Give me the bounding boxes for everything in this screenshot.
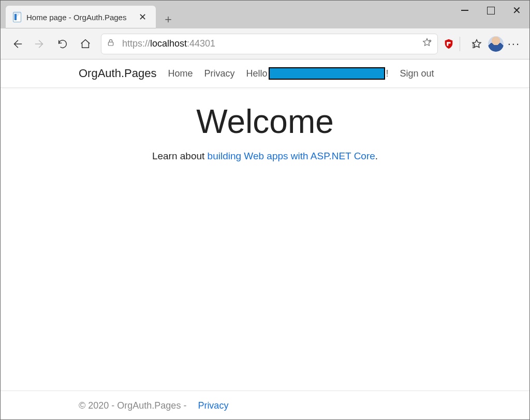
footer-privacy-link[interactable]: Privacy (198, 400, 228, 411)
window-minimize-button[interactable] (452, 1, 478, 20)
new-tab-button[interactable]: ＋ (159, 10, 178, 28)
site-footer: © 2020 - OrgAuth.Pages - Privacy (1, 391, 529, 420)
page-viewport: OrgAuth.Pages Home Privacy Hello ! Sign … (1, 59, 529, 420)
url-host: localhost (150, 38, 187, 49)
nav-privacy[interactable]: Privacy (204, 68, 234, 79)
window-close-button[interactable]: ✕ (504, 1, 529, 20)
refresh-icon (57, 38, 68, 50)
home-button[interactable] (74, 33, 97, 55)
home-icon (80, 38, 91, 50)
nav-user-greeting[interactable]: Hello ! (246, 67, 388, 80)
browser-tab-active[interactable]: Home page - OrgAuth.Pages ✕ (6, 6, 156, 28)
browser-toolbar: https://localhost:44301 ··· (1, 28, 529, 59)
lead-link[interactable]: building Web apps with ASP.NET Core (208, 151, 375, 161)
svg-rect-2 (447, 42, 450, 43)
tab-strip: Home page - OrgAuth.Pages ✕ ＋ (1, 1, 452, 28)
site-brand[interactable]: OrgAuth.Pages (79, 67, 156, 80)
site-header: OrgAuth.Pages Home Privacy Hello ! Sign … (1, 59, 529, 88)
greeting-suffix: ! (386, 68, 389, 79)
refresh-button[interactable] (51, 33, 74, 55)
profile-avatar[interactable] (488, 36, 504, 52)
window-maximize-button[interactable] (478, 1, 504, 20)
lock-icon (107, 38, 115, 49)
lead-prefix: Learn about (152, 151, 208, 161)
collections-button[interactable] (465, 33, 488, 55)
address-url: https://localhost:44301 (122, 38, 422, 49)
address-bar[interactable]: https://localhost:44301 (101, 34, 438, 54)
browser-more-button[interactable]: ··· (508, 37, 520, 51)
forward-icon (34, 38, 46, 50)
page-heading: Welcome (1, 102, 529, 141)
forward-button (28, 33, 51, 55)
browser-titlebar: Home page - OrgAuth.Pages ✕ ＋ ✕ (1, 1, 529, 28)
nav-home[interactable]: Home (168, 68, 193, 79)
favorite-icon[interactable] (422, 37, 432, 50)
svg-rect-0 (108, 42, 113, 46)
back-button[interactable] (6, 33, 28, 55)
window-controls: ✕ (452, 1, 529, 19)
extension-ublock-icon[interactable] (443, 38, 454, 50)
greeting-prefix: Hello (246, 68, 267, 79)
nav-sign-out[interactable]: Sign out (400, 68, 434, 79)
footer-text: © 2020 - OrgAuth.Pages - (79, 400, 186, 411)
lead-suffix: . (375, 151, 378, 161)
tab-close-icon[interactable]: ✕ (137, 11, 149, 23)
collections-icon (471, 38, 482, 50)
tab-favicon-icon (13, 12, 21, 22)
url-port: :44301 (187, 38, 215, 49)
tab-title: Home page - OrgAuth.Pages (26, 13, 126, 22)
back-icon (11, 38, 23, 50)
site-main: Welcome Learn about building Web apps wi… (1, 88, 529, 391)
page-lead: Learn about building Web apps with ASP.N… (1, 151, 529, 162)
url-scheme: https:// (122, 38, 150, 49)
toolbar-separator (460, 37, 460, 51)
greeting-username-redacted (269, 67, 385, 80)
